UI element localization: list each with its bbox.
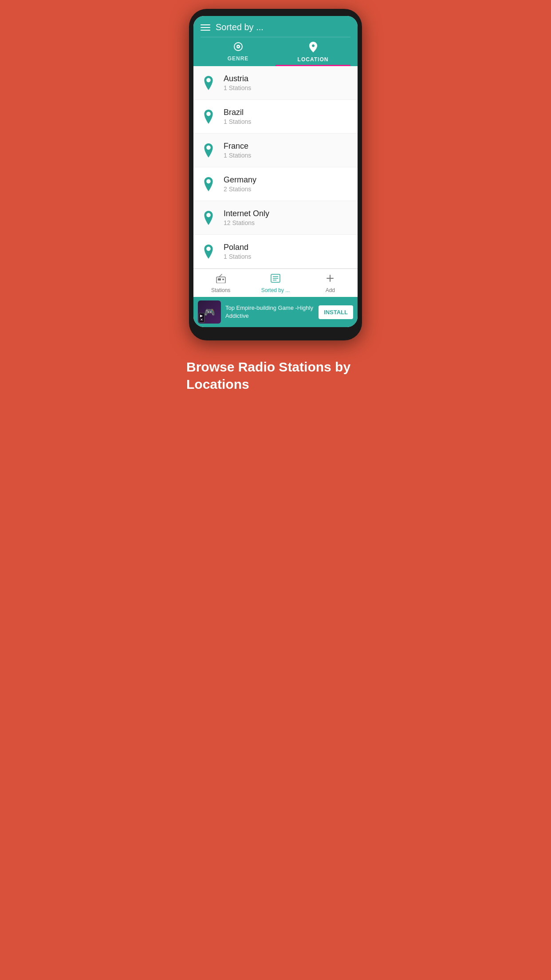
svg-point-5 <box>207 146 209 148</box>
poland-info: Poland 1 Stations <box>224 243 251 260</box>
pin-icon-brazil <box>201 109 216 125</box>
austria-info: Austria 1 Stations <box>224 74 251 91</box>
nav-sorted-label: Sorted by ... <box>261 287 290 293</box>
phone-screen: Sorted by ... GENRE <box>193 16 358 327</box>
svg-point-8 <box>207 247 209 249</box>
ad-text: Top Empire-building Game -Highly Addicti… <box>225 304 315 320</box>
france-count: 1 Stations <box>224 152 251 159</box>
tab-genre[interactable]: GENRE <box>201 37 276 66</box>
france-name: France <box>224 142 251 151</box>
list-item[interactable]: Internet Only 12 Stations <box>193 201 358 235</box>
page-footer: Browse Radio Stations by Locations <box>176 354 375 397</box>
ad-banner: 🎮 ▶✕ Top Empire-building Game -Highly Ad… <box>193 297 358 327</box>
location-icon <box>309 42 317 55</box>
ad-image: 🎮 ▶✕ <box>198 300 221 324</box>
ad-marker: ▶✕ <box>199 313 205 323</box>
pin-icon-poland <box>201 244 216 260</box>
svg-point-6 <box>207 180 209 182</box>
svg-point-2 <box>237 46 239 47</box>
svg-point-3 <box>207 79 209 81</box>
internet-info: Internet Only 12 Stations <box>224 209 269 226</box>
germany-name: Germany <box>224 175 256 185</box>
location-list: Austria 1 Stations Brazil 1 Stations <box>193 66 358 269</box>
list-item[interactable]: Poland 1 Stations <box>193 235 358 269</box>
tab-location[interactable]: LOCATION <box>276 37 350 66</box>
hamburger-menu[interactable] <box>201 24 210 31</box>
internet-count: 12 Stations <box>224 219 269 226</box>
svg-rect-10 <box>218 278 221 281</box>
header-title: Sorted by ... <box>216 22 264 32</box>
nav-stations[interactable]: Stations <box>193 269 248 297</box>
austria-name: Austria <box>224 74 251 83</box>
germany-count: 2 Stations <box>224 186 256 193</box>
phone-device: Sorted by ... GENRE <box>189 9 362 340</box>
tab-location-label: LOCATION <box>298 56 329 63</box>
nav-sorted[interactable]: Sorted by ... <box>248 269 303 297</box>
brazil-info: Brazil 1 Stations <box>224 108 251 125</box>
app-header: Sorted by ... GENRE <box>193 16 358 66</box>
tab-genre-label: GENRE <box>228 55 249 62</box>
tabs-bar: GENRE LOCATION <box>201 37 350 66</box>
svg-point-11 <box>222 279 224 281</box>
sorted-icon <box>270 273 281 286</box>
ad-install-button[interactable]: INSTALL <box>319 305 353 319</box>
footer-text: Browse Radio Stations by Locations <box>186 360 350 391</box>
svg-line-12 <box>219 274 222 277</box>
bottom-navigation: Stations Sorted by ... <box>193 269 358 297</box>
genre-icon <box>233 42 243 54</box>
svg-point-4 <box>207 112 209 115</box>
germany-info: Germany 2 Stations <box>224 175 256 193</box>
radio-icon <box>216 273 226 286</box>
list-item[interactable]: France 1 Stations <box>193 134 358 167</box>
svg-point-7 <box>207 213 209 216</box>
pin-icon-france <box>201 142 216 158</box>
poland-name: Poland <box>224 243 251 252</box>
poland-count: 1 Stations <box>224 253 251 260</box>
header-top: Sorted by ... <box>201 22 350 37</box>
nav-add-label: Add <box>326 287 335 293</box>
brazil-name: Brazil <box>224 108 251 117</box>
brazil-count: 1 Stations <box>224 118 251 125</box>
list-item[interactable]: Germany 2 Stations <box>193 167 358 201</box>
nav-add[interactable]: Add <box>303 269 358 297</box>
pin-icon-austria <box>201 75 216 91</box>
add-icon <box>325 273 335 286</box>
france-info: France 1 Stations <box>224 142 251 159</box>
austria-count: 1 Stations <box>224 84 251 91</box>
pin-icon-germany <box>201 176 216 192</box>
list-item[interactable]: Brazil 1 Stations <box>193 100 358 134</box>
list-item[interactable]: Austria 1 Stations <box>193 66 358 100</box>
internet-name: Internet Only <box>224 209 269 218</box>
nav-stations-label: Stations <box>211 287 230 293</box>
pin-icon-internet <box>201 210 216 226</box>
